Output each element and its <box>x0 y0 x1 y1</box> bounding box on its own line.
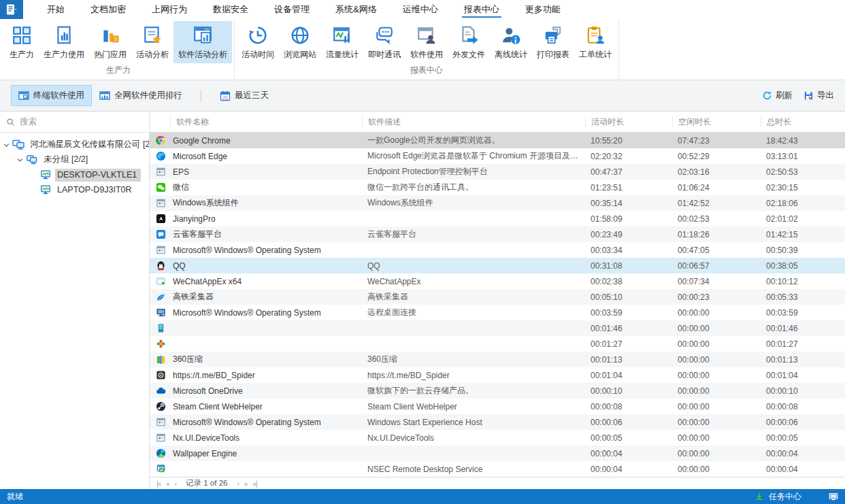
ribbon-button-1-0[interactable]: 活动时间 <box>237 21 279 63</box>
cell-name: https://t.me/BD_Spider <box>170 371 362 380</box>
search-input[interactable] <box>20 117 143 127</box>
menu-item-8[interactable]: 更多功能 <box>512 0 574 19</box>
cell-desc: 360压缩 <box>362 354 585 365</box>
tab-2[interactable]: 23最近三天 <box>212 85 276 106</box>
table-row[interactable]: 云雀客服平台云雀客服平台00:23:4901:18:2601:42:15 <box>150 226 845 242</box>
calendar-icon: 23 <box>220 90 231 101</box>
pager-prev-1[interactable]: « <box>163 480 172 488</box>
menu-item-2[interactable]: 上网行为 <box>139 0 200 19</box>
ribbon-button-1-7[interactable]: 打印报表 <box>532 21 574 63</box>
cell-active: 00:35:14 <box>585 199 672 208</box>
cell-name: 高铁采集器 <box>170 291 362 303</box>
pager-next-0[interactable]: › <box>234 480 241 488</box>
cell-total: 00:00:04 <box>761 449 845 458</box>
ribbon-button-1-8[interactable]: 工单统计 <box>574 21 616 63</box>
app-icon-cell <box>150 167 170 177</box>
ribbon-button-1-3[interactable]: 即时通讯 <box>363 21 405 63</box>
app-icon-cell <box>150 292 170 302</box>
ribbon-button-0-4[interactable]: 软件活动分析 <box>173 21 232 63</box>
tree-node-1[interactable]: 未分组 [2/2] <box>0 152 149 167</box>
refresh-button[interactable]: 刷新 <box>762 90 793 101</box>
menu-item-4[interactable]: 设备管理 <box>261 0 322 19</box>
cell-idle: 00:52:29 <box>672 152 761 161</box>
table-row[interactable]: 360压缩360压缩00:01:1300:00:0000:01:13 <box>150 352 845 367</box>
table-row[interactable]: Windows系统组件Windows系统组件00:35:1401:42:5202… <box>150 195 845 211</box>
table-row[interactable]: Microsoft® Windows® Operating System远程桌面… <box>150 305 845 320</box>
column-header-1[interactable]: 软件描述 <box>362 116 585 127</box>
column-header-2[interactable]: 活动时长 <box>585 116 672 127</box>
menu-item-0[interactable]: 开始 <box>34 0 78 19</box>
table-row[interactable]: Microsoft® Windows® Operating SystemWind… <box>150 414 845 430</box>
status-text: 就绪 <box>7 491 23 503</box>
pager-prev-2[interactable]: ‹ <box>172 480 179 488</box>
cell-desc: Microsoft Edge浏览器是微软基于 Chromium 开源项目及其他开… <box>362 150 585 162</box>
svg-text:23: 23 <box>222 95 228 99</box>
tree-node-3[interactable]: LAPTOP-D9J3IT0R <box>0 182 149 197</box>
tree-node-label: 未分组 [2/2] <box>42 152 92 167</box>
app-icon-cell <box>150 448 170 458</box>
table-row[interactable]: NSEC Remote Desktop Service00:00:0400:00… <box>150 461 845 477</box>
menu-item-6[interactable]: 运维中心 <box>390 0 451 19</box>
ribbon-button-0-0[interactable]: 生产力 <box>5 21 39 63</box>
table-row[interactable]: QQQQ00:31:0800:06:5700:38:05 <box>150 258 845 273</box>
export-button[interactable]: 导出 <box>803 90 834 101</box>
ribbon-button-1-4[interactable]: 软件使用 <box>405 21 448 63</box>
ribbon-button-0-3[interactable]: 活动分析 <box>131 21 173 63</box>
ribbon-button-1-2[interactable]: 流量统计 <box>321 21 363 63</box>
cell-active: 00:01:04 <box>585 371 672 380</box>
cell-total: 01:42:15 <box>761 230 845 239</box>
table-row[interactable]: Nx.UI.DeviceToolsNx.UI.DeviceTools00:00:… <box>150 430 845 446</box>
table-row[interactable]: WeChatAppEx x64WeChatAppEx00:02:3800:07:… <box>150 273 845 289</box>
chevron-down-icon <box>3 141 10 149</box>
menu-item-5[interactable]: 系统&网络 <box>322 0 390 19</box>
table-row[interactable]: https://t.me/BD_Spiderhttps://t.me/BD_Sp… <box>150 367 845 383</box>
cell-total: 02:30:15 <box>761 183 845 192</box>
table-row[interactable]: Steam Client WebHelperSteam Client WebHe… <box>150 399 845 414</box>
pager-next-2[interactable]: »| <box>250 480 259 488</box>
task-center-button[interactable]: 任务中心 <box>769 491 801 503</box>
taskbar-monitor-icon[interactable] <box>829 492 838 501</box>
table-row[interactable]: 高铁采集器高铁采集器00:05:1000:00:2300:05:33 <box>150 289 845 305</box>
ribbon-button-1-1[interactable]: 浏览网站 <box>279 21 321 63</box>
ribbon-button-1-6[interactable]: 离线统计 <box>490 21 532 63</box>
table-row[interactable]: 00:01:4600:00:0000:01:46 <box>150 320 845 336</box>
tree-node-0[interactable]: 河北瀚星辰文化传媒有限公司 [2/2] <box>0 137 149 152</box>
ribbon-button-0-2[interactable]: 热门应用 <box>89 21 131 63</box>
cell-active: 02:20:32 <box>585 152 672 161</box>
table-row[interactable]: Microsoft® Windows® Operating System00:0… <box>150 242 845 258</box>
pager-next-1[interactable]: » <box>242 480 250 488</box>
cell-total: 00:00:06 <box>761 418 845 427</box>
ribbon-button-label: 即时通讯 <box>368 49 401 61</box>
cell-idle: 00:00:00 <box>672 402 761 411</box>
table-row[interactable]: EPSEndpoint Protection管理控制平台00:47:3702:0… <box>150 164 845 180</box>
table-row[interactable]: Wallpaper Engine00:00:0400:00:0000:00:04 <box>150 446 845 461</box>
table-row[interactable]: 00:01:2700:00:0000:01:27 <box>150 336 845 352</box>
table-body: Google Chrome一款Google公司开发的网页浏览器。10:55:20… <box>150 133 845 477</box>
cell-idle: 00:07:34 <box>672 277 761 286</box>
menu-item-1[interactable]: 文档加密 <box>78 0 139 19</box>
column-header-4[interactable]: 总时长 <box>761 116 845 127</box>
tab-0[interactable]: 终端软件使用 <box>11 85 92 106</box>
cell-total: 00:05:33 <box>761 292 845 302</box>
terminal-monitor-icon <box>39 169 52 180</box>
table-row[interactable]: Microsoft OneDrive微软旗下的一款云存储产品。00:00:100… <box>150 383 845 399</box>
cell-active: 00:03:59 <box>585 308 672 318</box>
tab-1[interactable]: 全网软件使用排行 <box>92 85 190 106</box>
column-header-0[interactable]: 软件名称 <box>170 116 362 127</box>
column-header-3[interactable]: 空闲时长 <box>672 116 761 127</box>
app-icon-cell <box>150 354 170 365</box>
table-row[interactable]: JianyingPro01:58:0900:02:5302:01:02 <box>150 211 845 226</box>
cell-name: WeChatAppEx x64 <box>170 277 362 286</box>
app-icon-cell <box>150 464 170 474</box>
table-row[interactable]: Microsoft EdgeMicrosoft Edge浏览器是微软基于 Chr… <box>150 148 845 164</box>
pager-prev-0[interactable]: |« <box>154 480 163 488</box>
table-row[interactable]: Google Chrome一款Google公司开发的网页浏览器。10:55:20… <box>150 133 845 148</box>
cell-total: 00:00:05 <box>761 433 845 443</box>
menu-item-7[interactable]: 报表中心 <box>451 0 512 19</box>
table-row[interactable]: 微信微信一款跨平台的通讯工具。01:23:5101:06:2402:30:15 <box>150 180 845 195</box>
ribbon-button-0-1[interactable]: 生产力使用 <box>39 21 89 63</box>
tree-node-2[interactable]: DESKTOP-VLKTLE1 <box>0 167 149 182</box>
app-menu-button[interactable] <box>0 0 23 19</box>
menu-item-3[interactable]: 数据安全 <box>200 0 261 19</box>
ribbon-button-1-5[interactable]: 外发文件 <box>448 21 490 63</box>
